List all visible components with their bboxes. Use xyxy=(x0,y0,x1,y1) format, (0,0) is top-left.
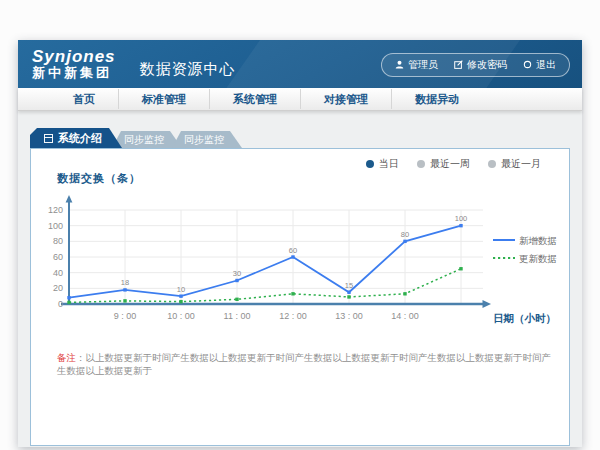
desktop-background: Synjones 新中新集团 数据资源中心 管理员 修改密码 xyxy=(0,0,600,450)
data-point xyxy=(179,294,182,297)
data-point-label: 30 xyxy=(233,269,241,278)
radio-label: 当日 xyxy=(379,157,399,171)
data-point-label: 10 xyxy=(177,285,185,294)
x-tick-label: 13 : 00 xyxy=(335,311,363,321)
tab-1[interactable]: 同步监控 xyxy=(112,131,182,148)
data-point xyxy=(235,279,238,282)
tab-0[interactable]: 系统介绍 xyxy=(30,128,122,148)
tab-2[interactable]: 同步监控 xyxy=(172,131,242,148)
user-icon xyxy=(395,60,404,71)
radio-selected-icon xyxy=(366,160,374,168)
document-icon xyxy=(44,134,53,143)
data-point xyxy=(67,301,70,304)
y-tick-label: 20 xyxy=(53,283,63,293)
nav-item-2[interactable]: 系统管理 xyxy=(209,89,300,109)
x-tick-label: 12 : 00 xyxy=(279,311,307,321)
radio-unselected-icon xyxy=(488,160,496,168)
data-point xyxy=(459,267,462,270)
radio-range-0[interactable]: 当日 xyxy=(366,157,399,171)
footnote-body: ：以上数据更新于时间产生数据以上数据更新于时间产生数据以上数据更新于时间产生数据… xyxy=(57,352,551,376)
change-password-button[interactable]: 修改密码 xyxy=(454,58,507,72)
admin-user-label: 管理员 xyxy=(408,58,438,72)
legend-label: 新增数据 xyxy=(519,235,557,246)
x-axis-arrow xyxy=(483,300,492,308)
content-card: 当日最近一周最近一月 数据交换（条） 020406080100120181030… xyxy=(30,148,570,446)
app-header: Synjones 新中新集团 数据资源中心 管理员 修改密码 xyxy=(18,40,582,88)
data-point xyxy=(403,240,406,243)
data-point xyxy=(459,224,462,227)
main-nav: 首页标准管理系统管理对接管理数据异动 xyxy=(18,88,582,111)
nav-item-1[interactable]: 标准管理 xyxy=(118,89,209,109)
nav-item-3[interactable]: 对接管理 xyxy=(300,89,391,109)
data-point xyxy=(123,299,126,302)
data-point-label: 60 xyxy=(289,246,297,255)
app-window: Synjones 新中新集团 数据资源中心 管理员 修改密码 xyxy=(18,40,582,447)
power-icon xyxy=(523,60,532,71)
data-point xyxy=(347,291,350,294)
x-tick-label: 11 : 00 xyxy=(224,311,251,321)
tab-label: 同步监控 xyxy=(184,133,224,147)
edit-icon xyxy=(454,60,463,71)
data-point-label: 80 xyxy=(401,230,409,239)
data-point xyxy=(347,295,350,298)
data-point xyxy=(179,300,182,303)
radio-unselected-icon xyxy=(417,160,425,168)
x-axis-title: 日期（小时） xyxy=(493,312,556,325)
data-point xyxy=(123,288,126,291)
data-point xyxy=(403,292,406,295)
logout-label: 退出 xyxy=(536,58,556,72)
y-tick-label: 80 xyxy=(53,236,63,246)
footnote-prefix: 备注 xyxy=(57,352,76,363)
time-range-filter: 当日最近一周最近一月 xyxy=(366,157,541,171)
nav-item-4[interactable]: 数据异动 xyxy=(391,89,482,109)
data-point xyxy=(235,298,238,301)
brand-logo: Synjones 新中新集团 xyxy=(32,48,116,79)
radio-range-1[interactable]: 最近一周 xyxy=(417,157,470,171)
line-chart: 0204060801001201810306015801009 : 0010 :… xyxy=(47,193,569,345)
radio-range-2[interactable]: 最近一月 xyxy=(488,157,541,171)
data-point-label: 100 xyxy=(455,214,468,223)
brand-logo-cn: 新中新集团 xyxy=(32,66,116,80)
footnote: 备注：以上数据更新于时间产生数据以上数据更新于时间产生数据以上数据更新于时间产生… xyxy=(57,352,552,378)
y-tick-label: 120 xyxy=(48,205,63,215)
data-point-label: 15 xyxy=(345,281,353,290)
data-point xyxy=(67,296,70,299)
y-tick-label: 60 xyxy=(53,252,63,262)
admin-user-button[interactable]: 管理员 xyxy=(395,58,438,72)
content-area: 系统介绍同步监控同步监控 当日最近一周最近一月 数据交换（条） 02040608… xyxy=(18,111,582,447)
radio-label: 最近一周 xyxy=(430,157,470,171)
x-tick-label: 14 : 00 xyxy=(391,311,419,321)
data-point xyxy=(291,292,294,295)
x-tick-label: 9 : 00 xyxy=(114,311,137,321)
radio-label: 最近一月 xyxy=(501,157,541,171)
nav-item-0[interactable]: 首页 xyxy=(50,89,118,109)
y-tick-label: 100 xyxy=(48,221,63,231)
y-tick-label: 40 xyxy=(53,268,63,278)
tab-label: 系统介绍 xyxy=(58,131,102,146)
y-axis-arrow xyxy=(66,195,73,203)
tab-label: 同步监控 xyxy=(124,133,164,147)
x-tick-label: 10 : 00 xyxy=(167,311,195,321)
user-menu: 管理员 修改密码 退出 xyxy=(381,53,570,77)
brand-logo-en: Synjones xyxy=(32,48,116,66)
change-password-label: 修改密码 xyxy=(467,58,507,72)
legend-label: 更新数据 xyxy=(519,253,557,264)
data-point xyxy=(291,255,294,258)
page-title: 数据资源中心 xyxy=(140,60,236,79)
y-tick-label: 0 xyxy=(58,299,63,309)
y-axis-title: 数据交换（条） xyxy=(57,171,141,186)
tab-bar: 系统介绍同步监控同步监控 xyxy=(30,128,242,148)
data-point-label: 18 xyxy=(121,278,129,287)
logout-button[interactable]: 退出 xyxy=(523,58,556,72)
